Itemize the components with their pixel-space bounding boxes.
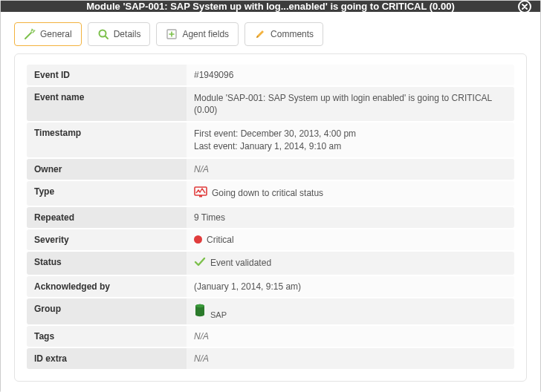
row-tags: Tags N/A bbox=[27, 326, 514, 347]
close-icon[interactable] bbox=[518, 0, 531, 13]
general-panel: Event ID #1949096 Event name Module 'SAP… bbox=[14, 53, 527, 382]
row-repeated: Repeated 9 Times bbox=[27, 207, 514, 228]
field-value: Module 'SAP-001: SAP System up with logi… bbox=[187, 87, 514, 121]
field-label: Acknowledged by bbox=[27, 276, 187, 297]
field-value: N/A bbox=[187, 348, 514, 369]
row-severity: Severity Critical bbox=[27, 229, 514, 250]
field-label: Group bbox=[27, 298, 187, 324]
event-detail-modal: Module 'SAP-001: SAP System up with log.… bbox=[0, 0, 541, 392]
database-icon bbox=[194, 304, 206, 319]
field-value: N/A bbox=[187, 326, 514, 347]
svg-rect-4 bbox=[199, 195, 202, 197]
row-type: Type Going down to critical status bbox=[27, 181, 514, 206]
field-value: 9 Times bbox=[187, 207, 514, 228]
tab-comments[interactable]: Comments bbox=[244, 22, 323, 46]
field-label: ID extra bbox=[27, 348, 187, 369]
tab-agent-fields[interactable]: Agent fields bbox=[156, 22, 239, 46]
field-value: Event validated bbox=[187, 252, 514, 275]
field-value: Going down to critical status bbox=[187, 181, 514, 206]
pencil-icon bbox=[254, 28, 266, 40]
field-label: Type bbox=[27, 181, 187, 206]
row-event-id: Event ID #1949096 bbox=[27, 65, 514, 85]
modal-body: General Details Agent fields Comments bbox=[1, 12, 540, 392]
field-value: First event: December 30, 2013, 4:00 pm … bbox=[187, 122, 514, 157]
field-value: N/A bbox=[187, 159, 514, 180]
field-value: #1949096 bbox=[187, 65, 514, 85]
tab-label: Agent fields bbox=[182, 29, 229, 39]
field-value: SAP bbox=[187, 298, 514, 324]
row-timestamp: Timestamp First event: December 30, 2013… bbox=[27, 122, 514, 157]
modal-titlebar: Module 'SAP-001: SAP System up with log.… bbox=[1, 1, 540, 12]
search-icon bbox=[97, 28, 109, 40]
row-event-name: Event name Module 'SAP-001: SAP System u… bbox=[27, 87, 514, 121]
critical-status-icon bbox=[194, 186, 207, 200]
field-label: Repeated bbox=[27, 207, 187, 228]
svg-point-6 bbox=[195, 304, 204, 307]
field-label: Owner bbox=[27, 159, 187, 180]
field-value: Critical bbox=[187, 229, 514, 250]
form-add-icon bbox=[166, 28, 178, 40]
wand-icon bbox=[24, 28, 36, 40]
field-label: Status bbox=[27, 252, 187, 275]
tab-bar: General Details Agent fields Comments bbox=[14, 22, 527, 46]
timestamp-first: First event: December 30, 2013, 4:00 pm bbox=[194, 128, 356, 140]
row-group: Group SAP bbox=[27, 298, 514, 324]
modal-title: Module 'SAP-001: SAP System up with log.… bbox=[86, 1, 454, 12]
svg-point-1 bbox=[99, 30, 106, 37]
row-owner: Owner N/A bbox=[27, 159, 514, 180]
severity-dot-icon bbox=[194, 235, 202, 244]
timestamp-last: Last event: January 1, 2014, 9:10 am bbox=[194, 140, 356, 152]
tab-details[interactable]: Details bbox=[88, 22, 151, 46]
tab-label: Comments bbox=[270, 29, 314, 39]
field-label: Timestamp bbox=[27, 122, 187, 157]
field-label: Event name bbox=[27, 87, 187, 121]
tab-general[interactable]: General bbox=[14, 22, 82, 46]
row-acknowledged-by: Acknowledged by (January 1, 2014, 9:15 a… bbox=[27, 276, 514, 297]
field-label: Severity bbox=[27, 229, 187, 250]
row-status: Status Event validated bbox=[27, 252, 514, 275]
tab-label: General bbox=[40, 29, 72, 39]
row-id-extra: ID extra N/A bbox=[27, 348, 514, 369]
field-label: Event ID bbox=[27, 65, 187, 85]
field-value: (January 1, 2014, 9:15 am) bbox=[187, 276, 514, 297]
check-icon bbox=[194, 257, 206, 270]
tab-label: Details bbox=[114, 29, 141, 39]
field-label: Tags bbox=[27, 326, 187, 347]
